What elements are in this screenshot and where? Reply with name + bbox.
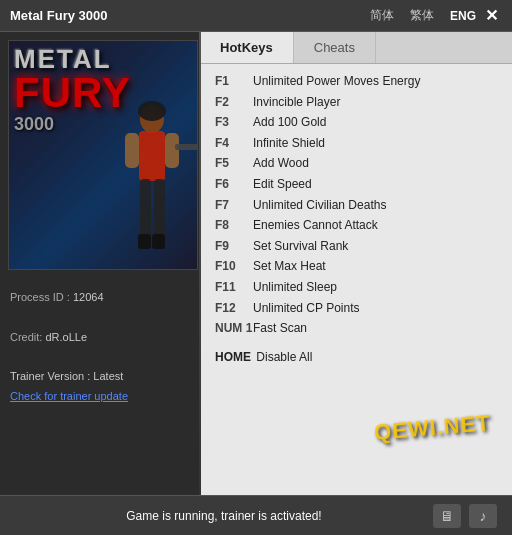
cheat-row: F10Set Max Heat xyxy=(215,257,497,276)
cheat-row: F6Edit Speed xyxy=(215,175,497,194)
cheat-row: F2Invincible Player xyxy=(215,93,497,112)
character-art xyxy=(97,89,197,269)
cheat-description: Invincible Player xyxy=(253,93,340,112)
cheat-row: F5Add Wood xyxy=(215,154,497,173)
monitor-icon[interactable]: 🖥 xyxy=(433,504,461,528)
watermark: QEWI.NET xyxy=(372,400,492,455)
status-icons: 🖥 ♪ xyxy=(433,504,497,528)
cheat-key: F2 xyxy=(215,93,253,112)
process-id-value: 12064 xyxy=(73,291,104,303)
cheat-row: F12Unlimited CP Points xyxy=(215,299,497,318)
panel-divider xyxy=(199,32,201,495)
cheat-key: F3 xyxy=(215,113,253,132)
cheat-row: F4Infinite Shield xyxy=(215,134,497,153)
cheat-description: Set Survival Rank xyxy=(253,237,348,256)
tab-cheats[interactable]: Cheats xyxy=(294,32,376,63)
svg-rect-7 xyxy=(154,179,165,239)
cheat-description: Add 100 Gold xyxy=(253,113,326,132)
trainer-version-row: Trainer Version : Latest xyxy=(10,367,190,387)
cheat-description: Unlimited Sleep xyxy=(253,278,337,297)
cheat-key: F1 xyxy=(215,72,253,91)
update-link[interactable]: Check for trainer update xyxy=(10,390,128,402)
status-bar: Game is running, trainer is activated! 🖥… xyxy=(0,495,512,535)
process-id-label: Process ID : xyxy=(10,291,73,303)
disable-all-row: HOME Disable All xyxy=(215,350,497,364)
lang-simplified[interactable]: 简体 xyxy=(365,5,399,26)
cheat-key: F9 xyxy=(215,237,253,256)
cheat-row: F7Unlimited Civilian Deaths xyxy=(215,196,497,215)
cheat-row: F9Set Survival Rank xyxy=(215,237,497,256)
cheat-row: F1Unlimited Power Moves Energy xyxy=(215,72,497,91)
cheat-row: F8Enemies Cannot Attack xyxy=(215,216,497,235)
svg-rect-8 xyxy=(138,234,151,249)
language-switcher: 简体 繁体 ENG xyxy=(365,5,481,26)
tab-hotkeys[interactable]: HotKeys xyxy=(200,32,294,63)
lang-traditional[interactable]: 繁体 xyxy=(405,5,439,26)
cheat-key: F4 xyxy=(215,134,253,153)
left-panel: METAL FURY 3000 xyxy=(0,32,200,495)
cheat-row: F11Unlimited Sleep xyxy=(215,278,497,297)
cheat-key: F7 xyxy=(215,196,253,215)
trainer-version-label: Trainer Version : Latest xyxy=(10,370,123,382)
cheat-key: F11 xyxy=(215,278,253,297)
close-button[interactable]: ✕ xyxy=(481,6,502,25)
cheat-key: F6 xyxy=(215,175,253,194)
cheat-description: Edit Speed xyxy=(253,175,312,194)
process-info: Process ID : 12064 Credit: dR.oLLe Train… xyxy=(0,278,200,417)
disable-all-label: Disable All xyxy=(256,350,312,364)
window-title: Metal Fury 3000 xyxy=(10,8,365,23)
cheat-description: Enemies Cannot Attack xyxy=(253,216,378,235)
game-cover-image: METAL FURY 3000 xyxy=(8,40,198,270)
credit-row: Credit: dR.oLLe xyxy=(10,328,190,348)
svg-rect-2 xyxy=(139,131,165,181)
cheat-key: NUM 1 xyxy=(215,319,253,338)
cheat-description: Fast Scan xyxy=(253,319,307,338)
credit-value: dR.oLLe xyxy=(42,331,87,343)
cheat-key: F8 xyxy=(215,216,253,235)
disable-all-key: HOME xyxy=(215,350,253,364)
watermark-text: QEWI.NET xyxy=(373,409,492,445)
process-id-row: Process ID : 12064 xyxy=(10,288,190,308)
svg-rect-3 xyxy=(125,133,139,168)
cheat-key: F5 xyxy=(215,154,253,173)
music-icon[interactable]: ♪ xyxy=(469,504,497,528)
cheat-description: Set Max Heat xyxy=(253,257,326,276)
svg-rect-6 xyxy=(140,179,151,239)
svg-rect-4 xyxy=(165,133,179,168)
cheat-row: F3Add 100 Gold xyxy=(215,113,497,132)
credit-label: Credit: xyxy=(10,331,42,343)
cheat-key: F10 xyxy=(215,257,253,276)
cheat-description: Unlimited CP Points xyxy=(253,299,360,318)
svg-rect-9 xyxy=(152,234,165,249)
status-message: Game is running, trainer is activated! xyxy=(15,509,433,523)
lang-english[interactable]: ENG xyxy=(445,7,481,25)
cheat-description: Infinite Shield xyxy=(253,134,325,153)
cheat-key: F12 xyxy=(215,299,253,318)
svg-point-1 xyxy=(138,101,166,121)
update-link-row[interactable]: Check for trainer update xyxy=(10,387,190,407)
cheat-row: NUM 1Fast Scan xyxy=(215,319,497,338)
cheat-description: Unlimited Civilian Deaths xyxy=(253,196,386,215)
cheat-description: Add Wood xyxy=(253,154,309,173)
tab-bar: HotKeys Cheats xyxy=(200,32,512,64)
svg-rect-5 xyxy=(175,144,197,150)
title-bar: Metal Fury 3000 简体 繁体 ENG ✕ xyxy=(0,0,512,32)
cheat-description: Unlimited Power Moves Energy xyxy=(253,72,420,91)
